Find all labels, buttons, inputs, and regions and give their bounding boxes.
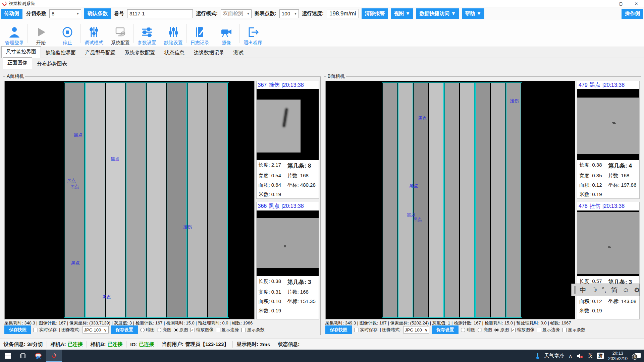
system-tray: 天气寒冷 ∧ 英 拼 20:13 2025/2/10 6 [536, 351, 644, 361]
windows-logo-icon [5, 353, 11, 359]
raw-image-radio[interactable]: 原图 [494, 327, 509, 333]
dark-image-radio[interactable]: 暗图 [140, 327, 155, 333]
show-edge-checkbox[interactable]: 显示边缘 [537, 327, 560, 333]
defect-overlay-label: 挫伤 [510, 98, 519, 104]
drag-grip-icon[interactable] [574, 286, 576, 294]
roll-number-input[interactable] [127, 9, 193, 18]
bright-image-radio[interactable]: 亮图 [478, 327, 492, 333]
maximize-button[interactable]: ▢ [613, 0, 629, 7]
defect-settings-button[interactable]: 缺陷设置 [160, 22, 186, 45]
ime-item[interactable]: 简 [611, 287, 618, 293]
tab[interactable]: 正面图像 [3, 57, 32, 69]
inspection-app-taskbar-button[interactable] [46, 350, 62, 362]
start-button[interactable] [0, 350, 15, 362]
data-quick-access-button[interactable]: 数据快捷访问 ▼ [416, 8, 459, 19]
status-segment: 当前用户: 管理员【123-123】 [158, 341, 233, 348]
ime-item[interactable]: ⚙ [634, 287, 640, 293]
status-segment: 相机B: 已连接 [87, 341, 127, 348]
clock[interactable]: 20:13 2025/2/10 [608, 351, 628, 361]
tab[interactable]: 缺陷监控界面 [41, 47, 80, 58]
volume-muted-icon[interactable] [577, 353, 583, 359]
main-tab-bar: 尺寸监控界面 缺陷监控界面 产品型号配置 系统参数配置 状态信息 边缘数据记录 … [0, 47, 644, 58]
snipping-tool-button[interactable] [31, 350, 46, 362]
image-format-select[interactable]: JPG 100∨ [403, 326, 429, 334]
defect-overlay-label: 黑点 [70, 184, 79, 190]
defect-card: 479 黑点 |20:13:38 长度: 0.38 第几条: 4 宽度: 0.3… [577, 81, 640, 199]
tab[interactable]: 边缘数据记录 [189, 47, 229, 58]
drive-side-button[interactable]: 传动侧 [1, 9, 22, 19]
operator-side-button[interactable]: 操作侧 [622, 9, 643, 19]
ime-item[interactable]: ☽ [591, 287, 597, 293]
confirm-count-button[interactable]: 确认条数 [84, 8, 111, 19]
task-view-button[interactable] [15, 350, 31, 362]
tab[interactable]: 测试 [229, 47, 248, 58]
log-record-button[interactable]: 日志记录 [187, 22, 213, 45]
realtime-save-checkbox[interactable]: 实时保存 [355, 327, 378, 333]
camera-a-panel: A面相机 黑点 黑点 黑点 黑点 挫伤 黑点 黑点 367 挫伤 |20:13:… [3, 76, 321, 335]
zoom-image-checkbox[interactable]: 缩放图像 [191, 327, 214, 333]
bright-image-radio[interactable]: 亮图 [157, 327, 171, 333]
stat-piece-count: 片数: 168 [287, 173, 317, 179]
capture-button[interactable]: 摄像 [213, 22, 239, 45]
exit-program-button[interactable]: 退出程序 [240, 22, 266, 45]
ime-item[interactable]: 中 [580, 287, 586, 293]
system-config-button[interactable]: 系统配置 [107, 22, 133, 45]
show-count-checkbox[interactable]: 显示条数 [562, 327, 585, 333]
tab[interactable]: 状态信息 [160, 47, 189, 58]
tab[interactable]: 产品型号配置 [80, 47, 120, 58]
tray-expand-chevron[interactable]: ∧ [569, 353, 572, 359]
image-format-label: | 图像格式: [59, 327, 80, 333]
ime-indicator[interactable]: 拼 [597, 353, 604, 359]
notification-center-button[interactable]: 6 [632, 352, 641, 360]
param-settings-button[interactable]: 参数设置 [134, 22, 160, 45]
zoom-image-checkbox[interactable]: 缩放图像 [511, 327, 534, 333]
slit-count-select[interactable]: 8 ▼ [49, 9, 81, 18]
save-snapshot-button[interactable]: 保存快照 [325, 325, 352, 334]
raw-image-radio[interactable]: 原图 [174, 327, 188, 333]
tab[interactable]: 分布趋势图表 [32, 58, 72, 69]
save-settings-button[interactable]: 保存设置 [432, 325, 459, 334]
close-button[interactable]: ✕ [629, 0, 644, 7]
help-menu-button[interactable]: 帮助 ▼ [462, 8, 484, 19]
start-button[interactable]: 开始 [28, 22, 54, 45]
tab[interactable]: 系统参数配置 [120, 47, 160, 58]
tool-label: 系统配置 [111, 40, 130, 45]
thermometer-icon[interactable] [536, 353, 540, 359]
view-menu-button[interactable]: 视图 ▼ [391, 8, 413, 19]
film-strip [475, 83, 490, 317]
roll-number-label: 卷号 [114, 10, 124, 17]
defect-overlay-label: 黑点 [418, 115, 427, 121]
image-format-select[interactable]: JPG 100∨ [83, 326, 109, 334]
chart-points-select[interactable]: 100 ▼ [279, 9, 299, 18]
run-mode-select[interactable]: 双面检测 ▼ [221, 9, 252, 18]
checkbox-icon [537, 328, 541, 332]
save-snapshot-button[interactable]: 保存快照 [4, 325, 31, 334]
thumbnail-material [577, 212, 639, 274]
defect-id: 366 [258, 203, 267, 209]
debug-mode-button[interactable]: 调试模式 [81, 22, 107, 45]
camera-b-status-line: 采集耗时: 349.3 | 图像计数: 167 | 像素坐标: (5202,24… [325, 320, 640, 326]
camera-a-controls: 保存快照 实时保存 | 图像格式: JPG 100∨ 保存设置 暗图 亮图 原图… [4, 326, 319, 334]
admin-login-button[interactable]: 管理登录 [1, 22, 28, 45]
minimize-button[interactable]: — [598, 0, 613, 7]
radio-label: 暗图 [146, 327, 155, 333]
clear-alarm-button[interactable]: 清除报警 [362, 8, 388, 19]
show-edge-checkbox[interactable]: 显示边缘 [216, 327, 239, 333]
dark-image-radio[interactable]: 暗图 [461, 327, 475, 333]
save-settings-button[interactable]: 保存设置 [111, 325, 138, 334]
tab[interactable]: 尺寸监控界面 [1, 46, 41, 58]
ime-item[interactable]: ☺ [623, 287, 629, 293]
stop-button[interactable]: 停止 [54, 22, 80, 45]
show-count-checkbox[interactable]: 显示条数 [241, 327, 265, 333]
film-strip [460, 83, 475, 317]
weather-text[interactable]: 天气寒冷 [544, 353, 564, 359]
format-value: JPG 100 [84, 327, 101, 333]
language-indicator[interactable]: 英 [588, 353, 593, 359]
realtime-save-checkbox[interactable]: 实时保存 [34, 327, 57, 333]
ime-item[interactable]: °, [602, 287, 606, 293]
ime-language-bar[interactable]: 中 ☽ °, 简 ☺ ⚙ [571, 284, 640, 296]
top-toolbar: 传动侧 分切条数 8 ▼ 确认条数 卷号 运行模式: 双面检测 ▼ 图表点数: … [0, 7, 644, 20]
time-text: 20:13 [612, 351, 624, 356]
slit-count-label: 分切条数 [26, 10, 46, 17]
checkbox-label: 显示边缘 [542, 327, 560, 333]
